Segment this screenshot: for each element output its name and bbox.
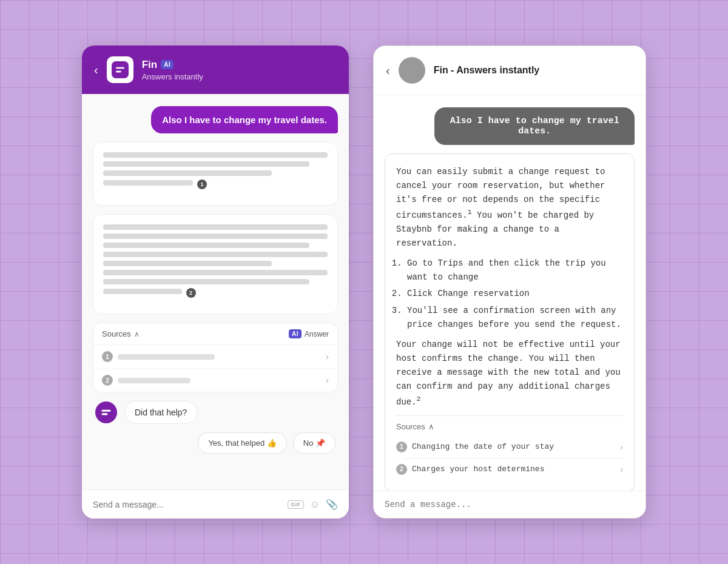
left-send-input[interactable]: [93, 500, 281, 509]
attachment-icon[interactable]: 📎: [326, 499, 338, 510]
right-source-text-1: Changing the date of your stay: [412, 442, 554, 451]
answer-sup-2: 2: [417, 395, 421, 403]
right-chat-body: Also I have to change my travel dates. Y…: [374, 95, 645, 491]
source-2-chevron-icon: ›: [326, 375, 329, 385]
no-helped-button[interactable]: No 📌: [293, 432, 335, 454]
source-2-text: [118, 378, 190, 383]
source-1-text: [118, 354, 215, 360]
right-answer-text: You can easily submit a change request t…: [396, 165, 623, 409]
right-chat-panel: ‹ Fin - Answers instantly Also I have to…: [373, 45, 646, 519]
right-back-button[interactable]: ‹: [386, 64, 390, 78]
source-1-chevron-icon: ›: [326, 352, 329, 361]
left-answer-badge: AI Answer: [289, 329, 329, 338]
left-footer-icons: GIF ☺ 📎: [288, 499, 338, 510]
svg-rect-2: [116, 71, 121, 73]
right-user-message: Also I have to change my travel dates.: [434, 107, 635, 145]
left-bot-avatar-small: [95, 401, 117, 423]
sources-chevron-icon[interactable]: [134, 329, 140, 338]
source-ref-1: 1: [197, 180, 207, 189]
left-logo: [107, 56, 133, 83]
left-did-help-row: Did that help?: [93, 401, 338, 424]
svg-rect-1: [116, 67, 124, 69]
left-header-text: Fin AI Answers instantly: [142, 59, 337, 81]
left-header: ‹ Fin AI Answers instantly: [82, 45, 349, 94]
answer-sup-1: 1: [468, 208, 472, 217]
right-source-2-chevron-icon: ›: [620, 465, 623, 474]
yes-helped-button[interactable]: Yes, that helped 👍: [198, 432, 286, 454]
left-source-item-2[interactable]: 2 ›: [93, 369, 337, 392]
answer-step-1: Go to Trips and then click the trip you …: [407, 257, 623, 284]
left-source-item-1[interactable]: 1 ›: [93, 345, 337, 369]
right-source-num-1: 1: [396, 441, 407, 452]
right-source-item-1[interactable]: 1 Changing the date of your stay ›: [396, 436, 623, 458]
right-footer: [374, 491, 645, 518]
right-source-text-2: Charges your host determines: [412, 465, 544, 474]
answer-steps-list: Go to Trips and then click the trip you …: [407, 257, 623, 331]
right-bot-answer-card: You can easily submit a change request t…: [385, 153, 635, 491]
ai-badge: AI: [161, 60, 174, 69]
right-sources-chevron-icon[interactable]: ∧: [428, 422, 434, 431]
right-sources-section: Sources ∧ 1 Changing the date of your st…: [396, 415, 623, 480]
answer-ai-icon: AI: [289, 329, 302, 338]
left-did-help-bubble: Did that help?: [124, 401, 197, 424]
source-ref-2: 2: [186, 288, 196, 298]
left-sources-section: Sources AI Answer 1 › 2: [93, 323, 338, 392]
right-source-1-chevron-icon: ›: [620, 442, 623, 452]
svg-rect-0: [112, 61, 129, 78]
left-footer: GIF ☺ 📎: [82, 489, 349, 519]
svg-rect-3: [102, 410, 111, 412]
right-header: ‹ Fin - Answers instantly: [374, 46, 645, 95]
left-source-item-2-left: 2: [102, 375, 326, 386]
left-sources-header: Sources AI Answer: [93, 323, 337, 345]
left-chat-body: Also I have to change my travel dates. 1: [82, 94, 349, 489]
left-feedback-row: Yes, that helped 👍 No 📌: [93, 432, 338, 454]
source-num-1: 1: [102, 351, 113, 362]
right-sources-header: Sources ∧: [396, 422, 623, 431]
right-source-item-2[interactable]: 2 Charges your host determines ›: [396, 458, 623, 480]
answer-step-2: Click Change reservation: [407, 287, 623, 301]
svg-rect-4: [102, 413, 108, 415]
left-header-subtitle: Answers instantly: [142, 72, 337, 81]
left-bot-message-1: 1: [93, 142, 338, 206]
answer-para-2: Your change will not be effective until …: [396, 340, 621, 407]
left-chat-panel: ‹ Fin AI Answers instantly Also I have t…: [82, 45, 349, 519]
right-send-input[interactable]: [385, 500, 635, 509]
answer-step-3: You'll see a confirmation screen with an…: [407, 304, 623, 332]
left-back-button[interactable]: ‹: [94, 64, 98, 76]
right-source-num-2: 2: [396, 464, 407, 475]
gif-icon[interactable]: GIF: [288, 500, 304, 509]
left-bot-name: Fin AI: [142, 59, 337, 71]
source-num-2: 2: [102, 375, 113, 386]
left-user-message: Also I have to change my travel dates.: [151, 106, 338, 133]
right-source-item-2-left: 2 Charges your host determines: [396, 464, 544, 475]
right-source-item-1-left: 1 Changing the date of your stay: [396, 441, 554, 452]
left-source-item-1-left: 1: [102, 351, 326, 362]
right-header-title: Fin - Answers instantly: [434, 65, 540, 76]
right-bot-avatar: [399, 57, 425, 84]
emoji-icon[interactable]: ☺: [310, 499, 320, 510]
left-sources-label: Sources: [102, 329, 140, 338]
left-bot-message-2: 2: [93, 214, 338, 314]
